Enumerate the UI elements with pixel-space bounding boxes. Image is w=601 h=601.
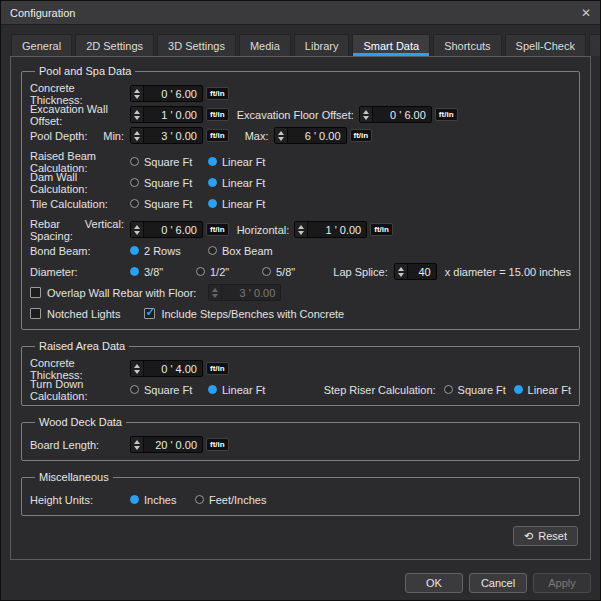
pool-depth-max-spinner[interactable]: 6 ' 0.00 (274, 127, 347, 144)
spin-up-icon[interactable] (298, 225, 304, 229)
ftin-unit-button[interactable]: ft/in (370, 223, 393, 236)
spin-down-icon[interactable] (134, 137, 140, 141)
diameter-3-8-radio[interactable]: 3/8" (130, 266, 196, 278)
spin-down-icon[interactable] (134, 116, 140, 120)
spin-up-icon[interactable] (134, 225, 140, 229)
board-length-spinner[interactable]: 20 ' 0.00 (130, 436, 203, 453)
rebar-horizontal-spinner[interactable]: 1 ' 0.00 (294, 221, 367, 238)
ftin-unit-button[interactable]: ft/in (206, 108, 229, 121)
tab-media[interactable]: Media (239, 34, 291, 56)
bond-beam-2-rows-radio[interactable]: 2 Rows (130, 245, 208, 257)
include-steps-benches-checkbox[interactable]: Include Steps/Benches with Concrete (144, 308, 344, 320)
radio-label: Linear Ft (222, 177, 265, 189)
tab-smart-data[interactable]: Smart Data (352, 34, 430, 56)
reset-button-label: Reset (538, 530, 567, 542)
ftin-unit-button[interactable]: ft/in (435, 108, 458, 121)
tile-linear-ft-radio[interactable]: Linear Ft (208, 198, 286, 210)
reset-button[interactable]: ⟲ Reset (513, 526, 578, 546)
spin-down-icon[interactable] (363, 116, 369, 120)
spin-up-icon[interactable] (134, 440, 140, 444)
radio-selected-icon (514, 385, 523, 394)
tab-vendors[interactable]: Vendors (589, 34, 601, 56)
tab-bar: General 2D Settings 3D Settings Media Li… (11, 34, 601, 56)
radio-icon (130, 385, 139, 394)
spin-up-icon[interactable] (363, 110, 369, 114)
spin-down-icon[interactable] (298, 231, 304, 235)
diameter-1-2-radio[interactable]: 1/2" (196, 266, 262, 278)
lap-splice-spinner[interactable]: 40 (394, 263, 437, 280)
tile-square-ft-radio[interactable]: Square Ft (130, 198, 208, 210)
rebar-spacing-row: Rebar Spacing: Vertical: 0 ' 6.00 ft/in … (30, 219, 571, 240)
ftin-unit-button[interactable]: ft/in (350, 129, 373, 142)
apply-button[interactable]: Apply (533, 573, 591, 593)
radio-label: Linear Ft (528, 384, 571, 396)
spin-up-icon[interactable] (134, 89, 140, 93)
radio-icon (130, 199, 139, 208)
raised-beam-linear-ft-radio[interactable]: Linear Ft (208, 156, 286, 168)
radio-label: Linear Ft (222, 198, 265, 210)
tab-spell-check[interactable]: Spell-Check (505, 34, 586, 56)
miscellaneous-legend: Miscellaneous (39, 471, 109, 483)
spinner-arrows (395, 264, 408, 279)
spin-down-icon[interactable] (398, 273, 404, 277)
ftin-unit-button[interactable]: ft/in (206, 438, 229, 451)
diameter-row: Diameter: 3/8" 1/2" 5/8" Lap Splice: (30, 261, 571, 282)
radio-label: Square Ft (458, 384, 506, 396)
tab-library[interactable]: Library (294, 34, 350, 56)
bond-beam-label: Bond Beam: (30, 245, 130, 257)
pool-depth-label: Pool Depth: (30, 130, 87, 142)
spin-up-icon[interactable] (398, 267, 404, 271)
raised-concrete-thickness-spinner[interactable]: 0 ' 4.00 (130, 360, 203, 377)
bond-beam-box-beam-radio[interactable]: Box Beam (208, 245, 286, 257)
ftin-unit-button[interactable]: ft/in (206, 87, 229, 100)
pool-group-legend: Pool and Spa Data (39, 65, 131, 77)
rebar-vertical-spinner[interactable]: 0 ' 6.00 (130, 221, 203, 238)
excavation-wall-offset-spinner[interactable]: 1 ' 0.00 (130, 106, 203, 123)
spin-down-icon[interactable] (134, 370, 140, 374)
spin-down-icon[interactable] (278, 137, 284, 141)
excavation-wall-offset-value: 1 ' 0.00 (144, 107, 202, 122)
ftin-unit-button[interactable]: ft/in (206, 223, 229, 236)
close-icon[interactable]: ✕ (581, 6, 591, 20)
height-units-row: Height Units: Inches Feet/Inches (30, 489, 571, 510)
spin-down-icon[interactable] (134, 95, 140, 99)
tab-3d-settings[interactable]: 3D Settings (157, 34, 236, 56)
spin-up-icon[interactable] (134, 110, 140, 114)
window-title: Configuration (10, 7, 75, 19)
height-units-inches-radio[interactable]: Inches (130, 494, 195, 506)
turn-down-linear-ft-radio[interactable]: Linear Ft (208, 384, 286, 396)
ftin-unit-button[interactable]: ft/in (206, 362, 229, 375)
step-riser-square-ft-radio[interactable]: Square Ft (444, 384, 514, 396)
concrete-thickness-spinner[interactable]: 0 ' 6.00 (130, 85, 203, 102)
pool-depth-min-spinner[interactable]: 3 ' 0.00 (130, 127, 203, 144)
turn-down-square-ft-radio[interactable]: Square Ft (130, 384, 208, 396)
spin-up-icon[interactable] (134, 364, 140, 368)
dam-wall-square-ft-radio[interactable]: Square Ft (130, 177, 208, 189)
height-units-feet-inches-radio[interactable]: Feet/Inches (195, 494, 266, 506)
step-riser-linear-ft-radio[interactable]: Linear Ft (514, 384, 571, 396)
notched-lights-checkbox[interactable]: Notched Lights (30, 308, 120, 320)
diameter-5-8-radio[interactable]: 5/8" (262, 266, 328, 278)
cancel-button[interactable]: Cancel (469, 573, 527, 593)
radio-label: Feet/Inches (209, 494, 266, 506)
tab-shortcuts[interactable]: Shortcuts (433, 34, 501, 56)
spin-down-icon[interactable] (134, 231, 140, 235)
spinner-arrows (209, 285, 222, 300)
tab-general[interactable]: General (11, 34, 72, 56)
radio-label: Square Ft (144, 384, 192, 396)
excavation-floor-offset-spinner[interactable]: 0 ' 6.00 (359, 106, 432, 123)
ok-button[interactable]: OK (405, 573, 463, 593)
overlap-wall-rebar-spinner: 3 ' 0.00 (208, 284, 281, 301)
spin-down-icon[interactable] (134, 446, 140, 450)
radio-label: Square Ft (144, 177, 192, 189)
dialog-buttons: OK Cancel Apply (405, 573, 591, 593)
tile-calculation-label: Tile Calculation: (30, 198, 130, 210)
spin-up-icon[interactable] (278, 131, 284, 135)
raised-beam-square-ft-radio[interactable]: Square Ft (130, 156, 208, 168)
dam-wall-linear-ft-radio[interactable]: Linear Ft (208, 177, 286, 189)
tab-2d-settings[interactable]: 2D Settings (75, 34, 154, 56)
excavation-floor-offset-value: 0 ' 6.00 (373, 107, 431, 122)
spin-up-icon[interactable] (134, 131, 140, 135)
overlap-wall-rebar-checkbox[interactable]: Overlap Wall Rebar with Floor: (30, 287, 196, 299)
ftin-unit-button[interactable]: ft/in (206, 129, 229, 142)
